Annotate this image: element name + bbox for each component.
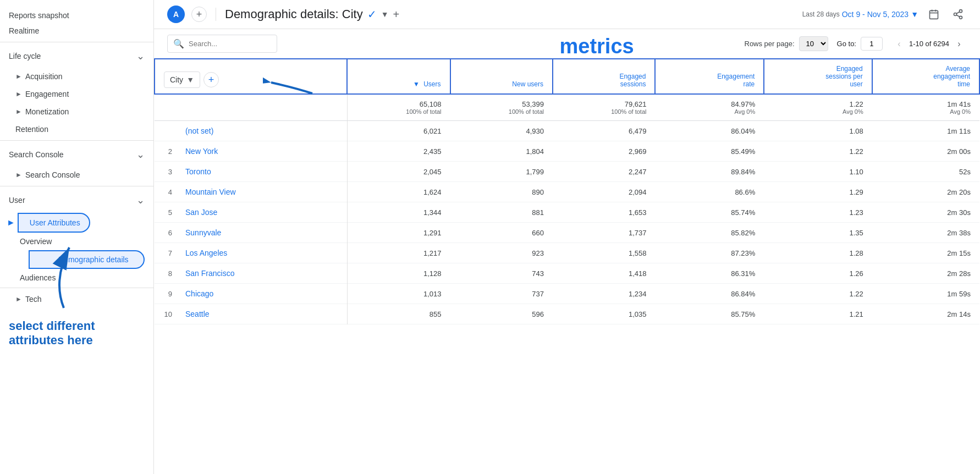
col-engagement-rate[interactable]: Engagementrate [655,59,764,94]
sidebar-section-lifecycle[interactable]: Life cycle ⌄ [0,45,153,68]
row-city[interactable]: San Francisco [177,263,347,284]
add-col-button[interactable]: + [203,72,219,87]
totals-users-value: 65,108 [356,100,442,108]
row-engaged-sessions: 1,418 [553,263,655,284]
totals-avg-engagement-time-value: 1m 41s [881,100,971,108]
prev-page-button[interactable]: ‹ [891,36,907,52]
row-engaged-sessions: 6,479 [553,121,655,141]
row-avg-engagement-time: 2m 38s [872,223,979,243]
table-wrapper: 🔍 metrics Rows per page: 10 25 50 Go to: [154,29,980,474]
lifecycle-label: Life cycle [9,52,41,60]
tech-label: Tech [25,295,42,304]
title-add-icon[interactable]: + [393,8,400,21]
table-row: 4 Mountain View 1,624 890 2,094 86.6% 1.… [155,182,979,202]
table-header-row: City ▼ + [155,59,979,94]
next-page-button[interactable]: › [951,36,967,52]
add-tab-button[interactable]: + [191,7,207,22]
row-avg-engagement-time: 2m 15s [872,243,979,263]
sidebar: Reports snapshot Realtime Life cycle ⌄ ►… [0,0,154,474]
sidebar-item-retention[interactable]: Retention [0,120,153,138]
search-console-label: Search Console [25,170,80,179]
col-engaged-sessions[interactable]: Engagedsessions [553,59,655,94]
row-city[interactable]: (not set) [177,121,347,141]
search-box[interactable]: 🔍 [167,35,277,53]
row-engaged-per-user: 1.21 [764,304,872,324]
sidebar-item-reports-snapshot[interactable]: Reports snapshot [0,4,153,22]
row-users: 6,021 [347,121,450,141]
avatar: A [167,5,185,23]
sidebar-section-search-console[interactable]: Search Console ⌄ [0,143,153,166]
pagination-nav: ‹ 1-10 of 6294 › [891,36,967,52]
row-city[interactable]: Toronto [177,162,347,182]
row-engaged-per-user: 1.26 [764,263,872,284]
sidebar-item-monetization[interactable]: ► Monetization [0,103,153,120]
date-range-picker[interactable]: Last 28 days Oct 9 - Nov 5, 2023 ▼ [802,10,918,19]
rows-per-page-select[interactable]: 10 25 50 [799,36,828,51]
goto-page-control: Go to: [837,37,883,51]
col-engaged-per-user-label: Engagedsessions peruser [825,65,862,88]
share-icon-btn[interactable] [949,5,967,23]
svg-point-7 [960,16,962,19]
sidebar-item-acquisition[interactable]: ► Acquisition [0,68,153,85]
row-city[interactable]: Mountain View [177,182,347,202]
table-row: (not set) 6,021 4,930 6,479 86.04% 1.08 … [155,121,979,141]
row-city[interactable]: Chicago [177,284,347,304]
city-col-label: City [170,75,183,84]
totals-city-cell [177,94,347,121]
col-new-users[interactable]: New users [450,59,553,94]
row-rank [155,121,177,141]
row-engagement-rate: 86.04% [655,121,764,141]
col-engaged-per-user[interactable]: Engagedsessions peruser [764,59,872,94]
lifecycle-collapse-icon: ⌄ [136,50,145,62]
totals-new-users-pct: 100% of total [459,108,544,115]
row-engaged-sessions: 2,247 [553,162,655,182]
header: A + Demographic details: City ✓ ▼ + Last… [154,0,980,29]
row-city[interactable]: New York [177,141,347,162]
row-users: 2,045 [347,162,450,182]
city-col-dropdown-icon: ▼ [186,75,194,84]
sidebar-item-realtime[interactable]: Realtime [0,22,153,40]
totals-avg-engagement-time-avg: Avg 0% [881,108,971,115]
totals-engagement-rate-cell: 84.97% Avg 0% [655,94,764,121]
row-users: 1,344 [347,202,450,223]
row-avg-engagement-time: 2m 20s [872,182,979,202]
search-input[interactable] [189,40,266,48]
row-city[interactable]: San Jose [177,202,347,223]
col-users[interactable]: ▼ Users [347,59,450,94]
calendar-icon [928,9,939,20]
col-engagement-rate-label: Engagementrate [717,73,755,88]
row-engagement-rate: 85.74% [655,202,764,223]
sidebar-item-search-console[interactable]: ► Search Console [0,166,153,184]
row-engaged-sessions: 1,653 [553,202,655,223]
goto-input[interactable] [861,37,883,51]
totals-rank-cell [155,94,177,121]
row-engagement-rate: 86.84% [655,284,764,304]
row-city[interactable]: Los Angeles [177,243,347,263]
table-row: 9 Chicago 1,013 737 1,234 86.84% 1.22 1m… [155,284,979,304]
title-dropdown-icon[interactable]: ▼ [381,10,389,19]
engagement-label: Engagement [25,90,69,98]
acquisition-chevron: ► [15,73,22,80]
row-city[interactable]: Sunnyvale [177,223,347,243]
totals-engaged-sessions-value: 79,621 [561,100,646,108]
svg-point-5 [960,10,962,13]
row-new-users: 4,930 [450,121,553,141]
row-engaged-sessions: 1,035 [553,304,655,324]
sidebar-section-user[interactable]: User ⌄ [0,189,153,212]
row-new-users: 596 [450,304,553,324]
sidebar-item-user-attributes[interactable]: User Attributes [18,213,90,233]
row-city[interactable]: Seattle [177,304,347,324]
row-users: 1,217 [347,243,450,263]
monetization-chevron: ► [15,108,22,115]
totals-new-users-cell: 53,399 100% of total [450,94,553,121]
header-right: Last 28 days Oct 9 - Nov 5, 2023 ▼ [802,5,967,23]
page-title: Demographic details: City ✓ ▼ + [225,7,796,21]
row-engaged-per-user: 1.23 [764,202,872,223]
calendar-icon-btn[interactable] [925,5,943,23]
city-col-btn[interactable]: City ▼ [164,71,200,88]
col-avg-engagement-time[interactable]: Averageengagementtime [872,59,979,94]
date-value: Oct 9 - Nov 5, 2023 [842,10,909,19]
row-engagement-rate: 85.75% [655,304,764,324]
share-icon [953,9,964,20]
sidebar-item-engagement[interactable]: ► Engagement [0,85,153,103]
